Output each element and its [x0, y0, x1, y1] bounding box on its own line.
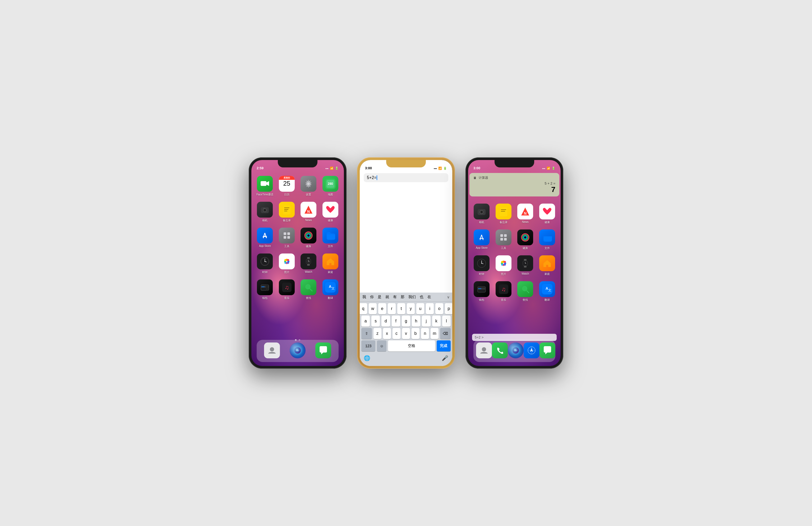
key-emoji[interactable]: ☺ — [377, 340, 387, 351]
r-app-watch[interactable]: Watch — [516, 255, 535, 276]
app-files[interactable]: 文件 — [321, 228, 340, 248]
dock-contacts[interactable] — [264, 343, 280, 359]
svg-text:N: N — [524, 211, 526, 215]
app-maps[interactable]: 280 地图 — [321, 176, 340, 196]
app-translate[interactable]: A文 翻译 — [321, 280, 340, 300]
cand-6[interactable]: 我们 — [408, 295, 416, 299]
r-app-files[interactable]: 文件 — [538, 229, 557, 250]
r-dock-messages[interactable] — [539, 343, 555, 359]
key-j[interactable]: j — [422, 316, 430, 327]
key-o[interactable]: o — [435, 303, 443, 314]
app-photos[interactable]: 照片 — [277, 254, 296, 274]
key-q[interactable]: q — [360, 303, 367, 314]
app-camera[interactable]: 相机 — [255, 202, 275, 222]
r-app-news[interactable]: N News — [516, 204, 535, 224]
notch-right — [495, 160, 534, 167]
r-app-tools[interactable]: 工具 — [494, 229, 513, 250]
r-app-music[interactable]: ♫ 音乐 — [494, 281, 513, 302]
key-x[interactable]: x — [383, 328, 391, 339]
key-c[interactable]: c — [392, 328, 401, 339]
app-calendar[interactable]: 星期四 25 日历 — [277, 176, 296, 196]
key-d[interactable]: d — [381, 316, 390, 327]
candidates-chevron[interactable]: ∨ — [447, 295, 450, 299]
r-app-notes[interactable]: 备忘录 — [494, 204, 513, 224]
r-app-home[interactable]: 家庭 — [538, 255, 557, 276]
app-news[interactable]: N News — [299, 202, 318, 222]
app-facetime[interactable]: FaceTime通话 — [255, 176, 275, 196]
cand-8[interactable]: 在 — [427, 295, 431, 299]
mic-icon[interactable]: 🎤 — [442, 355, 448, 361]
cand-0[interactable]: 我 — [362, 295, 366, 299]
r-dock-contacts[interactable] — [476, 343, 492, 359]
app-notes[interactable]: 备忘录 — [277, 202, 296, 222]
r-app-wallet[interactable]: 钱包 — [472, 281, 491, 302]
key-v[interactable]: v — [402, 328, 410, 339]
key-h[interactable]: h — [412, 316, 420, 327]
key-k[interactable]: k — [432, 316, 440, 327]
key-s[interactable]: s — [372, 316, 380, 327]
r-dock-safari[interactable] — [524, 343, 539, 359]
cand-7[interactable]: 也 — [420, 295, 423, 299]
status-icons-right: ▪▪▪ 📶 🔋 — [542, 167, 555, 170]
r-dock-phone[interactable] — [492, 343, 508, 359]
app-find[interactable]: 查找 — [299, 280, 318, 300]
r-app-find[interactable]: 查找 — [516, 281, 535, 302]
app-appstore[interactable]: A App Store — [255, 228, 275, 248]
r-app-camera[interactable]: 相机 — [472, 204, 491, 224]
app-watch[interactable]: Watch — [299, 254, 318, 274]
r-app-photos[interactable]: 照片 — [494, 255, 513, 276]
key-f[interactable]: f — [392, 316, 400, 327]
r-app-fitness[interactable]: 健身 — [516, 229, 535, 250]
key-shift[interactable]: ⇧ — [361, 328, 372, 339]
r-app-translate[interactable]: A文 翻译 — [538, 281, 557, 302]
key-l[interactable]: l — [442, 316, 451, 327]
r-app-clock[interactable]: 时钟 — [472, 255, 491, 276]
app-music[interactable]: ♫ 音乐 — [277, 280, 296, 300]
key-r[interactable]: r — [388, 303, 396, 314]
cand-3[interactable]: 就 — [386, 295, 389, 299]
key-e[interactable]: e — [378, 303, 386, 314]
key-p[interactable]: p — [445, 303, 452, 314]
svg-line-74 — [480, 235, 482, 240]
app-home[interactable]: 家庭 — [321, 254, 340, 274]
app-fitness[interactable]: 健身 — [299, 228, 318, 248]
search-bar[interactable]: 5+2= — [364, 173, 448, 182]
r-app-health[interactable]: 健康 — [538, 204, 557, 224]
svg-line-110 — [527, 291, 529, 293]
cand-4[interactable]: 有 — [393, 295, 397, 299]
r-app-appstore[interactable]: App Store — [472, 229, 491, 250]
cand-2[interactable]: 是 — [378, 295, 381, 299]
key-w[interactable]: w — [369, 303, 377, 314]
key-g[interactable]: g — [402, 316, 410, 327]
key-b[interactable]: b — [411, 328, 420, 339]
app-clock[interactable]: 时钟 — [255, 254, 275, 274]
key-a[interactable]: a — [361, 316, 370, 327]
key-m[interactable]: m — [431, 328, 438, 339]
r-dock-siri[interactable] — [508, 343, 524, 359]
app-wallet[interactable]: 钱包 — [255, 280, 275, 300]
calc-equation: 5 + 2 = — [474, 181, 555, 185]
cand-1[interactable]: 你 — [370, 295, 374, 299]
dock-siri[interactable] — [290, 343, 306, 359]
svg-point-93 — [501, 261, 503, 263]
key-t[interactable]: t — [397, 303, 405, 314]
key-i[interactable]: i — [426, 303, 434, 314]
key-done[interactable]: 完成 — [437, 340, 451, 351]
globe-icon[interactable]: 🌐 — [364, 355, 370, 361]
key-z[interactable]: z — [374, 328, 381, 339]
music-label: 音乐 — [284, 296, 289, 300]
r-fitness-icon — [517, 229, 533, 245]
key-u[interactable]: u — [416, 303, 424, 314]
key-y[interactable]: y — [407, 303, 415, 314]
key-123[interactable]: 123 — [361, 340, 375, 351]
calc-input-bar: 5+2 > — [472, 334, 557, 341]
app-health[interactable]: 健康 — [321, 202, 340, 222]
key-space[interactable]: 空格 — [388, 340, 435, 351]
dock-messages[interactable] — [315, 343, 331, 359]
key-delete[interactable]: ⌫ — [440, 328, 451, 339]
app-tools[interactable]: 工具 — [277, 228, 296, 248]
app-settings[interactable]: 设置 — [299, 176, 318, 196]
cand-5[interactable]: 那 — [401, 295, 404, 299]
r-photos-label: 照片 — [501, 272, 506, 276]
key-n[interactable]: n — [421, 328, 429, 339]
